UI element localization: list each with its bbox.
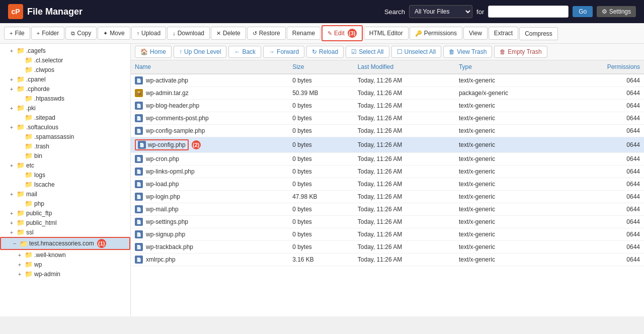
permissions-icon: 🔑: [415, 30, 422, 37]
cpanel-icon: cP: [8, 4, 23, 19]
table-row[interactable]: 📄wp-activate.php0 bytesToday, 11:26 AMte…: [131, 74, 644, 87]
sidebar-item-logs[interactable]: 📁 logs: [0, 170, 130, 180]
new-folder-label: Folder: [42, 30, 59, 37]
sidebar-item-cagefs[interactable]: + 📁 .cagefs: [0, 46, 130, 55]
file-size-cell: 0 bytes: [288, 74, 354, 87]
view-label: View: [469, 30, 482, 37]
back-button[interactable]: ← Back: [228, 46, 261, 58]
sidebar-item-pki[interactable]: + 📁 .pki: [0, 103, 130, 113]
table-row[interactable]: 📄wp-login.php47.98 KBToday, 11:26 AMtext…: [131, 191, 644, 203]
file-modified-cell: Today, 11:26 AM: [354, 228, 455, 241]
restore-button[interactable]: ↺ Restore: [247, 27, 286, 40]
sidebar-item-php[interactable]: 📁 php: [0, 199, 130, 208]
folder-icon: 📁: [25, 56, 33, 64]
sidebar-item-clwpos[interactable]: 📁 .clwpos: [0, 65, 130, 74]
folder-icon: 📁: [25, 133, 33, 140]
sidebar-item-bin[interactable]: 📁 bin: [0, 151, 130, 160]
table-row[interactable]: 📄wp-cron.php0 bytesToday, 11:26 AMtext/x…: [131, 153, 644, 165]
file-name: wp-load.php: [146, 181, 179, 188]
reload-icon: ↻: [312, 48, 317, 55]
file-type-cell: text/x-generic: [455, 100, 566, 112]
rename-button[interactable]: Rename: [287, 27, 320, 40]
reload-button[interactable]: ↻ Reload: [306, 46, 344, 58]
sidebar-item-htpasswds[interactable]: 📁 .htpasswds: [0, 94, 130, 103]
sidebar-item-softaculous[interactable]: + 📁 .softaculous: [0, 122, 130, 132]
table-row[interactable]: 📦wp-admin.tar.gz50.39 MBToday, 11:26 AMp…: [131, 87, 644, 100]
delete-button[interactable]: ✕ Delete: [211, 27, 246, 40]
edit-button[interactable]: ✎ Edit (3): [321, 25, 363, 41]
search-go-button[interactable]: Go: [573, 6, 593, 17]
extract-button[interactable]: Extract: [489, 27, 518, 40]
sidebar-item-lscache[interactable]: 📁 lscache: [0, 180, 130, 189]
table-row[interactable]: 📄wp-links-opml.php0 bytesToday, 11:26 AM…: [131, 165, 644, 178]
col-name[interactable]: Name: [131, 60, 288, 74]
file-permissions-cell: 0644: [565, 203, 644, 216]
sidebar-item-ssl[interactable]: + 📁 ssl: [0, 227, 130, 237]
sidebar-item-test-hmaccessories[interactable]: − 📁 test.hmaccessories.com (1): [0, 237, 130, 250]
forward-button[interactable]: → Forward: [263, 46, 304, 58]
file-type-icon: 📄: [135, 230, 143, 238]
file-size-cell: 0 bytes: [288, 125, 354, 137]
table-row[interactable]: 📄wp-trackback.php0 bytesToday, 11:26 AMt…: [131, 241, 644, 254]
html-editor-button[interactable]: HTML Editor: [364, 27, 409, 40]
new-folder-button[interactable]: + Folder: [31, 27, 64, 40]
search-scope-select[interactable]: All Your Files Current Directory File Na…: [409, 5, 472, 18]
table-row[interactable]: 📄wp-config-sample.php0 bytesToday, 11:26…: [131, 125, 644, 137]
delete-label: Delete: [223, 30, 240, 37]
search-input[interactable]: [488, 6, 569, 18]
sidebar-item-well-known[interactable]: + 📁 .well-known: [0, 250, 130, 260]
sidebar-item-wp[interactable]: + 📁 wp: [0, 260, 130, 269]
home-button[interactable]: 🏠 Home: [135, 46, 172, 58]
table-row[interactable]: 📄xmlrpc.php3.16 KBToday, 11:26 AMtext/x-…: [131, 254, 644, 266]
sidebar-item-mail[interactable]: + 📁 mail: [0, 189, 130, 199]
table-row[interactable]: 📄wp-settings.php0 bytesToday, 11:26 AMte…: [131, 216, 644, 228]
col-type[interactable]: Type: [455, 60, 566, 74]
copy-label: Copy: [77, 30, 91, 37]
table-row[interactable]: 📄wp-signup.php0 bytesToday, 11:26 AMtext…: [131, 228, 644, 241]
table-row[interactable]: 📄wp-load.php0 bytesToday, 11:26 AMtext/x…: [131, 178, 644, 191]
sidebar-item-spamassassin[interactable]: 📁 .spamassassin: [0, 132, 130, 141]
up-one-level-button[interactable]: ↑ Up One Level: [174, 46, 226, 58]
sidebar-item-public-ftp[interactable]: + 📁 public_ftp: [0, 208, 130, 218]
view-trash-button[interactable]: 🗑 View Trash: [443, 46, 492, 58]
sidebar-item-etc[interactable]: + 📁 etc: [0, 160, 130, 170]
forward-label: Forward: [277, 48, 299, 55]
permissions-button[interactable]: 🔑 Permissions: [410, 27, 462, 40]
file-name-cell: 📄xmlrpc.php: [131, 254, 288, 266]
file-type-icon: 📄: [135, 76, 143, 85]
sidebar-item-sitepad[interactable]: 📁 .sitepad: [0, 113, 130, 122]
copy-button[interactable]: ⧉ Copy: [65, 27, 97, 40]
sidebar-item-cl-selector[interactable]: 📁 .cl.selector: [0, 55, 130, 65]
sidebar-item-label: public_html: [26, 219, 57, 226]
settings-button[interactable]: ⚙ Settings: [597, 6, 636, 17]
sidebar-item-cphorde[interactable]: + 📁 .cphorde: [0, 84, 130, 94]
file-size-cell: 3.16 KB: [288, 254, 354, 266]
sidebar-item-trash[interactable]: 📁 .trash: [0, 141, 130, 151]
toggle-icon: +: [16, 252, 23, 258]
compress-button[interactable]: Compress: [519, 27, 558, 40]
col-modified[interactable]: Last Modified: [354, 60, 455, 74]
col-permissions[interactable]: Permissions: [565, 60, 644, 74]
select-all-button[interactable]: ☑ Select All: [346, 46, 389, 58]
sidebar-item-public-html[interactable]: + 📁 public_html: [0, 218, 130, 227]
sidebar-item-wp-admin[interactable]: + 📁 wp-admin: [0, 269, 130, 279]
sidebar-item-cpanel[interactable]: + 📁 .cpanel: [0, 74, 130, 84]
table-row[interactable]: 📄wp-config.php(2)0 bytesToday, 11:26 AMt…: [131, 137, 644, 153]
table-row[interactable]: 📄wp-mail.php0 bytesToday, 11:26 AMtext/x…: [131, 203, 644, 216]
upload-button[interactable]: ↑ Upload: [131, 27, 167, 40]
table-row[interactable]: 📄wp-comments-post.php0 bytesToday, 11:26…: [131, 112, 644, 125]
move-button[interactable]: ✦ Move: [98, 27, 130, 40]
new-file-button[interactable]: + File: [4, 27, 30, 40]
download-button[interactable]: ↓ Download: [167, 27, 210, 40]
unselect-all-button[interactable]: ☐ Unselect All: [391, 46, 442, 58]
col-size[interactable]: Size: [288, 60, 354, 74]
file-type-cell: text/x-generic: [455, 137, 566, 153]
toggle-icon: +: [8, 86, 15, 92]
view-button[interactable]: View: [463, 27, 488, 40]
folder-icon: 📁: [17, 161, 25, 169]
search-for-label: for: [476, 8, 484, 16]
table-row[interactable]: 📄wp-blog-header.php0 bytesToday, 11:26 A…: [131, 100, 644, 112]
sidebar-item-label: mail: [26, 191, 37, 198]
empty-trash-button[interactable]: 🗑 Empty Trash: [494, 46, 547, 58]
folder-icon: 📁: [25, 270, 33, 278]
